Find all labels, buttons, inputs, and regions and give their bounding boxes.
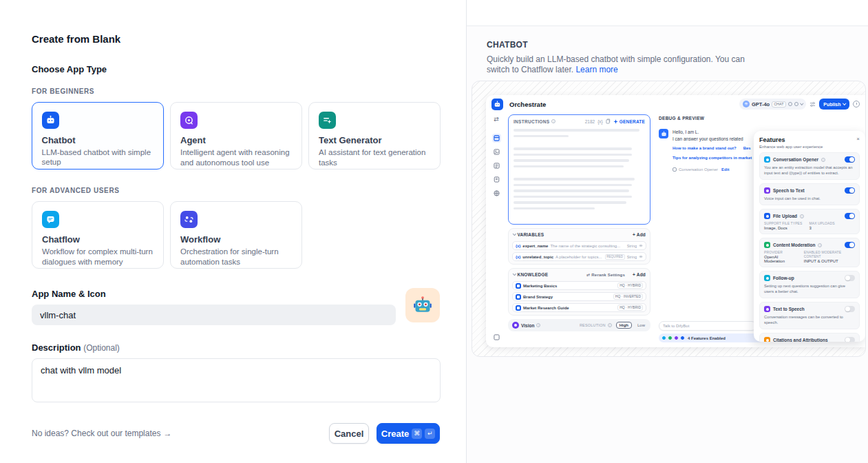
chat-input: Talk to DifyBot <box>659 321 756 331</box>
features-subtitle: Enhance web app user experience <box>759 145 823 149</box>
info-icon: i <box>821 158 825 162</box>
feature-toggle <box>845 187 855 194</box>
cancel-button[interactable]: Cancel <box>329 423 369 444</box>
tune-icon <box>809 101 816 107</box>
feature-toggle <box>845 306 855 312</box>
create-app-modal: Create from Blank Choose App Type FOR BE… <box>0 0 868 463</box>
openai-icon: ✳ <box>743 101 750 107</box>
variable-type-tag: String <box>627 255 637 259</box>
features-panel: Features Enhance web app user experience… <box>754 131 865 342</box>
feature-item: Speech to Text Voice input can be used i… <box>759 183 860 205</box>
app-type-card-text-generator[interactable]: Text Generator AI assistant for text gen… <box>308 102 441 169</box>
feature-icon <box>764 156 770 163</box>
beginner-cards-row: Chatbot LLM-based chatbot with simple se… <box>32 102 440 169</box>
app-type-preview-panel: CHATBOT Quickly build an LLM-based chatb… <box>467 0 868 463</box>
feature-toggle <box>845 213 855 219</box>
app-type-name: Text Generator <box>319 134 430 146</box>
feature-description: Setting up next questions suggestion can… <box>764 283 855 294</box>
shot-app-icon <box>491 99 503 110</box>
bot-avatar <box>659 129 668 138</box>
rerank-settings-button: ⇄Rerank Settings <box>586 272 625 277</box>
history-icon <box>853 101 860 107</box>
opener-icon <box>673 167 677 172</box>
feature-item: Citations and Attributions Show source d… <box>759 333 860 342</box>
app-type-card-workflow[interactable]: Workflow Orchestration for single-turn a… <box>170 201 302 269</box>
feature-icon <box>764 306 770 312</box>
resolution-high-option: High <box>616 322 632 329</box>
add-knowledge-button: + Add <box>633 272 646 277</box>
app-type-card-chatbot[interactable]: Chatbot LLM-based chatbot with simple se… <box>32 102 164 169</box>
feature-item: Conversation Opener i You are an entity … <box>759 152 860 180</box>
shot-config-column: INSTRUCTIONS i 2182 {x} GENERATE <box>507 113 653 347</box>
app-type-desc: AI assistant for text generation tasks <box>319 147 430 167</box>
publish-button: Publish <box>819 99 849 110</box>
features-enabled-text: 4 Features Enabled <box>688 336 726 340</box>
model-mode-badge: CHAT <box>772 101 786 107</box>
group-advanced-label: FOR ADVANCED USERS <box>32 186 440 196</box>
chatbot-icon <box>42 112 59 129</box>
add-variable-button: + Add <box>633 232 646 237</box>
collapse-icon <box>492 333 501 342</box>
list-icon <box>492 161 501 170</box>
feature-name: Follow-up <box>773 276 794 280</box>
chevron-down-icon <box>843 102 846 105</box>
feature-item: Content Moderation i PROVIDEROpenAI Mode… <box>759 238 860 267</box>
variable-description: The name of the strategic consulting... <box>550 244 624 248</box>
choose-app-type-label: Choose App Type <box>32 63 440 76</box>
create-button[interactable]: Create ⌘ ↵ <box>377 423 440 444</box>
feature-toggle <box>845 242 855 248</box>
feature-name: Citations and Attributions <box>773 338 828 342</box>
app-name-input[interactable] <box>32 305 396 325</box>
app-type-card-chatflow[interactable]: Chatflow Workflow for complex multi-turn… <box>32 201 164 269</box>
feature-dot-icon <box>668 336 673 340</box>
instructions-label: INSTRUCTIONS <box>514 119 549 124</box>
greeting-line-2: I can answer your questions related <box>673 136 752 143</box>
variable-row: {x} expert_name The name of the strategi… <box>512 241 646 250</box>
feature-icon <box>764 242 770 248</box>
app-icon-picker[interactable] <box>405 288 440 322</box>
variables-rows: {x} expert_name The name of the strategi… <box>512 241 646 261</box>
modal-footer: No ideas? Check out our templates → Canc… <box>32 423 440 444</box>
description-label: Description (Optional) <box>32 342 440 354</box>
description-textarea[interactable]: chat with vllm model <box>32 358 441 402</box>
feature-name: File Upload <box>773 214 797 218</box>
globe-icon <box>492 189 501 198</box>
chevron-down-icon <box>513 232 516 235</box>
copy-icon <box>606 119 611 124</box>
chatflow-icon <box>42 211 59 228</box>
variable-name: expert_name <box>522 244 548 248</box>
variable-name: unrelated_topic <box>522 255 553 259</box>
chevron-down-icon <box>513 271 516 275</box>
app-type-name: Chatflow <box>42 234 154 245</box>
feature-field-label: ENABLED MODERATE CONTENT <box>804 250 855 258</box>
vision-label: Vision <box>521 323 534 328</box>
app-type-name: Chatbot <box>42 134 154 146</box>
knowledge-mode-tag: HQ · HYBRID <box>617 282 643 289</box>
feature-description: You are an entity extraction model that … <box>764 165 855 176</box>
knowledge-panel: KNOWLEDGE ⇄Rerank Settings + Add Marketi… <box>508 268 650 316</box>
preview-image-frame: Orchestrate ✳ GPT-4o CHAT <box>472 81 866 357</box>
feature-icon <box>764 337 770 342</box>
feature-item: Text to Speech Conversation messages can… <box>759 302 860 329</box>
vision-icon <box>512 322 519 329</box>
robot-emoji-icon <box>412 295 433 316</box>
resolution-low-option: Low <box>636 322 646 328</box>
greeting-line-1: Hello, I am L. <box>673 129 752 136</box>
knowledge-label: KNOWLEDGE <box>518 272 549 277</box>
learn-more-link[interactable]: Learn more <box>575 65 617 74</box>
suggested-question-2: Tips for analyzing competitors in market <box>673 154 752 162</box>
info-icon: i <box>818 243 822 247</box>
variable-row: {x} unrelated_topic A placeholder for to… <box>512 252 646 261</box>
workflow-icon <box>180 211 198 228</box>
close-icon: × <box>856 136 860 142</box>
feature-field-value: 3 <box>809 226 834 230</box>
feature-dot-icon <box>661 336 666 340</box>
knowledge-rows: Marketing Basics HQ · HYBRID Brand Strat… <box>512 281 646 312</box>
templates-link[interactable]: No ideas? Check out our templates → <box>32 429 171 438</box>
app-type-card-agent[interactable]: Agent Intelligent agent with reasoning a… <box>170 102 302 169</box>
info-icon: i <box>536 323 540 327</box>
enter-key-icon: ↵ <box>425 429 435 439</box>
features-title: Features <box>759 136 823 143</box>
swap-icon: ⇄ <box>492 114 501 123</box>
preview-topbar <box>467 0 868 26</box>
